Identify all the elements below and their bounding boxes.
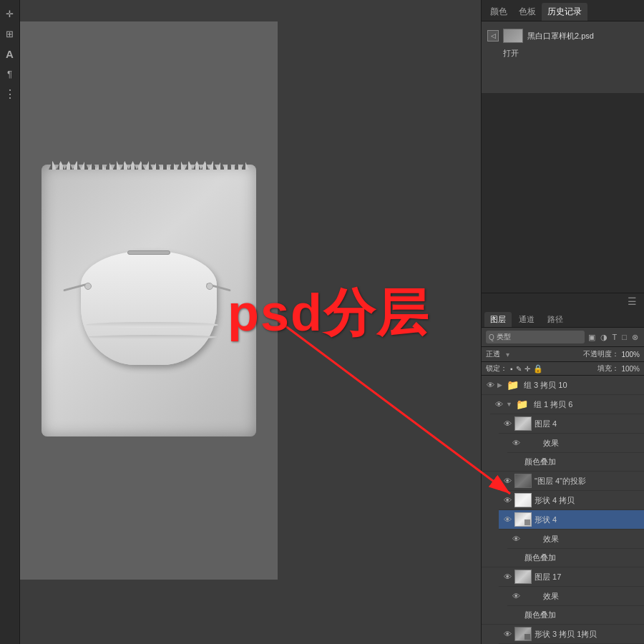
tab-swatch[interactable]: 色板	[513, 3, 542, 21]
layer-item-selected[interactable]: 👁 形状 4	[499, 510, 644, 530]
tool-grid[interactable]: ⊞	[2, 26, 18, 42]
filter-adjust-icon[interactable]: ◑	[599, 332, 609, 343]
filter-smart-icon[interactable]: ⊗	[630, 332, 640, 343]
layer-name: 效果	[543, 534, 641, 545]
layer-item-color-overlay3[interactable]: 颜色叠加	[482, 606, 644, 625]
fill-row: 填充： 100%	[597, 364, 640, 374]
layer-visibility-toggle[interactable]: 👁	[510, 590, 522, 602]
mask-body	[81, 250, 217, 365]
middle-spacer	[482, 93, 644, 293]
history-open-label: 打开	[503, 48, 519, 59]
layer-thumbnail	[514, 570, 532, 584]
history-open-row: 打开	[486, 46, 640, 61]
layer-name: 形状 4	[535, 514, 641, 525]
lock-all-icon[interactable]: 🔒	[533, 364, 543, 374]
history-panel: ◁ 黑白口罩样机2.psd 打开	[482, 21, 644, 93]
layer-name: 颜色叠加	[525, 610, 641, 620]
psd-annotation-text: psd分层	[228, 279, 429, 348]
fill-value: 100%	[621, 365, 640, 373]
fill-label: 填充：	[597, 364, 619, 374]
filter-pixel-icon[interactable]: ▣	[587, 332, 597, 343]
canvas-area: psd分层	[20, 0, 481, 644]
filter-icons: ▣ ◑ T □ ⊗	[587, 332, 640, 343]
layer-name: 形状 3 拷贝 1拷贝	[535, 629, 641, 640]
left-toolbar: ✛ ⊞ A ¶ ⋮	[0, 0, 20, 644]
layer-name: 效果	[543, 591, 641, 602]
layer-item-color-overlay2[interactable]: 颜色叠加	[482, 549, 644, 567]
layer-thumbnail	[523, 589, 540, 603]
tool-paragraph[interactable]: ¶	[2, 66, 18, 82]
top-tabs: 颜色 色板 历史记录	[482, 0, 644, 21]
layer-visibility-toggle[interactable]: 👁	[502, 514, 513, 525]
tab-color[interactable]: 颜色	[484, 3, 513, 21]
mask-package-image	[42, 165, 256, 436]
mask-clip	[127, 250, 170, 255]
layer-name: 颜色叠加	[525, 457, 641, 467]
layer-name: 效果	[543, 438, 641, 449]
filter-type-icon[interactable]: T	[611, 332, 619, 343]
filter-shape-icon[interactable]: □	[620, 332, 628, 343]
layer-name: 图层 17	[535, 572, 641, 582]
history-file-row: ◁ 黑白口罩样机2.psd	[486, 26, 640, 46]
opacity-value: 100%	[621, 351, 640, 358]
history-file-name: 黑白口罩样机2.psd	[527, 31, 594, 42]
layer-visibility-toggle[interactable]: 👁	[502, 571, 513, 582]
opacity-label: 不透明度：	[583, 349, 619, 359]
layer-name: 组 1 拷贝 6	[534, 399, 641, 410]
tab-history[interactable]: 历史记录	[542, 3, 587, 21]
layer-thumbnail	[523, 532, 540, 546]
layer-visibility-toggle[interactable]: 👁	[510, 533, 522, 545]
layer-name: "图层 4"的投影	[535, 476, 641, 487]
layer-item-effect[interactable]: 👁 效果	[507, 587, 644, 606]
tool-share[interactable]: ⋮	[2, 86, 18, 102]
mask-dot-right	[206, 283, 213, 290]
layer-name: 组 3 拷贝 10	[524, 380, 641, 391]
opacity-row: 不透明度： 100%	[583, 349, 640, 359]
layer-item[interactable]: 👁 图层 17	[499, 567, 644, 587]
history-snapshot-icon: ◁	[487, 30, 499, 42]
tool-text[interactable]: A	[2, 46, 18, 62]
layer-name: 形状 4 拷贝	[535, 495, 641, 506]
tab-paths[interactable]: 路径	[542, 312, 569, 327]
history-file-thumb	[503, 29, 523, 43]
panel-menu-icon[interactable]: ☰	[628, 296, 637, 307]
layer-name: 图层 4	[535, 419, 641, 429]
layer-item[interactable]: 👁 形状 3 拷贝 1拷贝	[499, 625, 644, 644]
layer-name: 颜色叠加	[525, 552, 641, 563]
tool-move[interactable]: ✛	[2, 6, 18, 21]
layer-item-effect[interactable]: 👁 效果	[507, 530, 644, 549]
mask-dot-left	[84, 283, 92, 290]
layer-visibility-toggle[interactable]: 👁	[502, 628, 513, 640]
